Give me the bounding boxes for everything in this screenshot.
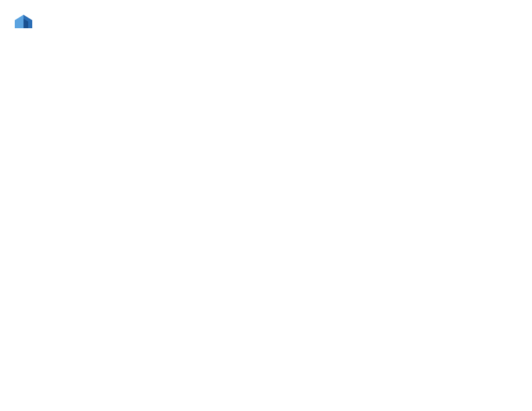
general-blue-logo-icon xyxy=(13,13,34,30)
logo xyxy=(13,13,36,30)
page-header xyxy=(13,13,519,30)
svg-marker-1 xyxy=(15,15,24,28)
